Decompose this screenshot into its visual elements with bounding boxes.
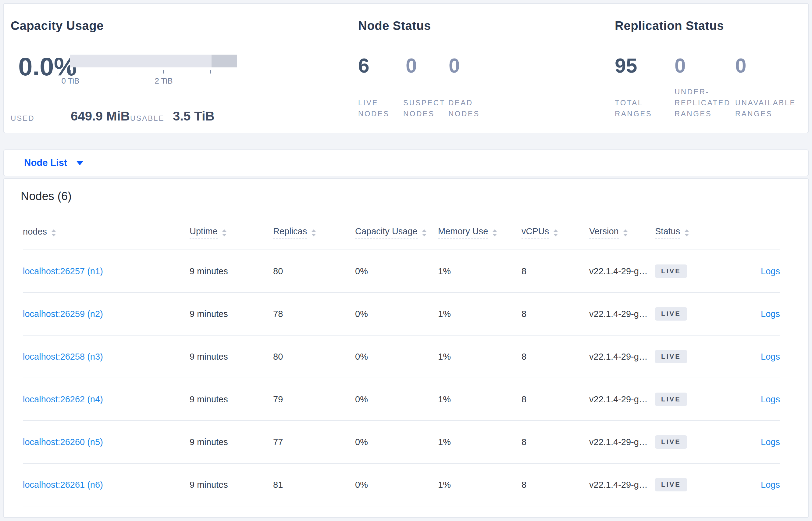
uptime-cell: 9 minutes: [190, 266, 273, 276]
vcpus-cell: 8: [522, 437, 589, 447]
column-header-capacity-usage[interactable]: Capacity Usage: [355, 226, 438, 239]
sort-icon[interactable]: [51, 229, 56, 236]
node-list-dropdown[interactable]: Node List: [3, 150, 809, 176]
total-ranges-count: 95: [615, 55, 637, 76]
vcpus-cell: 8: [522, 309, 589, 319]
column-header-uptime[interactable]: Uptime: [190, 226, 273, 239]
vcpus-cell: 8: [522, 394, 589, 405]
total-ranges-label: TOTAL RANGES: [615, 97, 652, 119]
node-status-title: Node Status: [358, 19, 431, 32]
axis-tick: [163, 70, 164, 73]
node-list-dropdown-label[interactable]: Node List: [24, 157, 67, 168]
summary-card: Capacity Usage 0.0% 0 TiB 2 TiB USED 649…: [3, 3, 809, 133]
sort-icon[interactable]: [623, 229, 628, 236]
status-badge: LIVE: [655, 307, 687, 321]
memory-cell: 1%: [438, 266, 522, 276]
sort-icon[interactable]: [222, 229, 227, 236]
replicas-cell: 81: [273, 480, 355, 490]
table-row: localhost:26260 (n5) 9 minutes 77 0% 1% …: [23, 421, 780, 463]
suspect-nodes-count: 0: [406, 55, 417, 76]
version-cell: v22.1.4-29-g…: [589, 437, 655, 447]
node-link[interactable]: localhost:26262 (n4): [23, 394, 103, 404]
sort-icon[interactable]: [492, 229, 497, 236]
version-cell: v22.1.4-29-g…: [589, 266, 655, 276]
memory-cell: 1%: [438, 437, 522, 447]
column-header-vcpus[interactable]: vCPUs: [522, 226, 589, 239]
node-link[interactable]: localhost:26258 (n3): [23, 352, 103, 361]
under-replicated-ranges-count: 0: [674, 55, 686, 76]
node-link[interactable]: localhost:26257 (n1): [23, 266, 103, 276]
usable-label: USABLE: [130, 114, 165, 122]
table-row: localhost:26261 (n6) 9 minutes 81 0% 1% …: [23, 463, 780, 506]
node-link[interactable]: localhost:26261 (n6): [23, 480, 103, 490]
memory-cell: 1%: [438, 309, 522, 319]
sort-icon[interactable]: [553, 229, 558, 236]
unavailable-ranges-count: 0: [735, 55, 746, 76]
status-badge: LIVE: [655, 478, 687, 492]
version-cell: v22.1.4-29-g…: [589, 352, 655, 362]
node-link[interactable]: localhost:26259 (n2): [23, 309, 103, 319]
status-badge: LIVE: [655, 265, 687, 278]
column-header-memory-use[interactable]: Memory Use: [438, 226, 522, 239]
nodes-table: nodes Uptime Replicas Capacity Usage Mem…: [23, 216, 780, 506]
vcpus-cell: 8: [522, 266, 589, 276]
capacity-cell: 0%: [355, 352, 438, 362]
dead-nodes-label: DEAD NODES: [448, 97, 480, 119]
logs-link[interactable]: Logs: [761, 352, 780, 361]
capacity-cell: 0%: [355, 480, 438, 490]
column-header-nodes[interactable]: nodes: [23, 227, 190, 239]
capacity-usage-title: Capacity Usage: [11, 19, 104, 32]
sort-icon[interactable]: [311, 229, 316, 236]
chevron-down-icon: [76, 161, 83, 165]
live-nodes-label: LIVE NODES: [358, 97, 389, 119]
table-row: localhost:26262 (n4) 9 minutes 79 0% 1% …: [23, 378, 780, 421]
axis-tick-label: 0 TiB: [61, 76, 79, 86]
uptime-cell: 9 minutes: [190, 480, 273, 490]
sort-icon[interactable]: [684, 229, 689, 236]
logs-link[interactable]: Logs: [761, 437, 780, 447]
live-nodes-count: 6: [358, 55, 369, 76]
sort-icon[interactable]: [422, 229, 427, 236]
uptime-cell: 9 minutes: [190, 394, 273, 405]
unavailable-ranges-label: UNAVAILABLE RANGES: [735, 97, 796, 119]
table-row: localhost:26258 (n3) 9 minutes 80 0% 1% …: [23, 336, 780, 378]
column-header-replicas[interactable]: Replicas: [273, 226, 355, 239]
version-cell: v22.1.4-29-g…: [589, 309, 655, 319]
memory-cell: 1%: [438, 352, 522, 362]
replicas-cell: 80: [273, 352, 355, 362]
uptime-cell: 9 minutes: [190, 309, 273, 319]
vcpus-cell: 8: [522, 352, 589, 362]
capacity-cell: 0%: [355, 437, 438, 447]
axis-tick-label: 2 TiB: [154, 76, 172, 86]
axis-tick: [117, 70, 117, 73]
axis-tick: [70, 70, 71, 73]
logs-link[interactable]: Logs: [761, 309, 780, 319]
replication-status-title: Replication Status: [615, 19, 724, 32]
column-header-version[interactable]: Version: [589, 226, 655, 239]
logs-link[interactable]: Logs: [761, 480, 780, 490]
capacity-cell: 0%: [355, 266, 438, 276]
capacity-bar-segment: [212, 54, 237, 67]
logs-link[interactable]: Logs: [761, 266, 780, 276]
status-badge: LIVE: [655, 350, 687, 363]
node-link[interactable]: localhost:26260 (n5): [23, 437, 103, 447]
logs-link[interactable]: Logs: [761, 394, 780, 404]
usable-value: 3.5 TiB: [173, 109, 215, 123]
table-row: localhost:26257 (n1) 9 minutes 80 0% 1% …: [23, 250, 780, 293]
used-label: USED: [11, 114, 35, 122]
table-row: localhost:26259 (n2) 9 minutes 78 0% 1% …: [23, 293, 780, 336]
axis-tick: [210, 70, 211, 73]
uptime-cell: 9 minutes: [190, 352, 273, 362]
uptime-cell: 9 minutes: [190, 437, 273, 447]
under-replicated-ranges-label: UNDER- REPLICATED RANGES: [674, 86, 731, 119]
dead-nodes-count: 0: [449, 55, 460, 76]
vcpus-cell: 8: [522, 480, 589, 490]
capacity-percent: 0.0%: [18, 54, 76, 79]
column-header-status[interactable]: Status: [655, 226, 743, 239]
nodes-panel-title: Nodes (6): [21, 190, 72, 203]
memory-cell: 1%: [438, 480, 522, 490]
capacity-cell: 0%: [355, 394, 438, 405]
table-header-row: nodes Uptime Replicas Capacity Usage Mem…: [23, 216, 780, 250]
capacity-bar-chart: [70, 54, 237, 67]
version-cell: v22.1.4-29-g…: [589, 480, 655, 490]
